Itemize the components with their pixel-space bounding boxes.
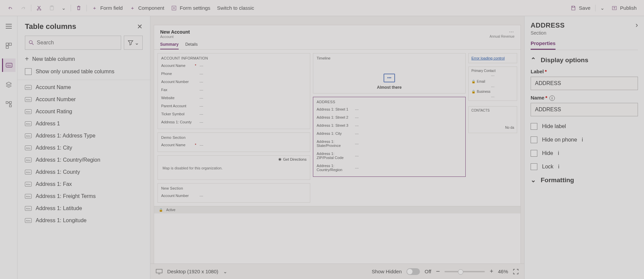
- column-item[interactable]: AbcAddress 1: Fax: [17, 178, 150, 190]
- info-icon[interactable]: i: [558, 150, 559, 156]
- formatting-toggle[interactable]: ⌄ Formatting: [531, 176, 638, 184]
- components-rail-button[interactable]: [2, 39, 15, 52]
- form-field[interactable]: Account Name*---: [161, 62, 307, 70]
- column-item[interactable]: AbcAddress 1: [17, 118, 150, 130]
- hamburger-button[interactable]: [2, 19, 15, 33]
- form-field[interactable]: Fax---: [161, 86, 307, 94]
- publish-button[interactable]: Publish: [608, 3, 640, 13]
- form-field[interactable]: Address 1: County---: [161, 118, 307, 126]
- info-icon[interactable]: i: [558, 164, 560, 170]
- hide-label-checkbox[interactable]: [531, 123, 537, 130]
- form-field[interactable]: Parent Account---: [161, 102, 307, 110]
- form-field[interactable]: Account Number---: [161, 78, 307, 86]
- hide-checkbox[interactable]: [531, 150, 537, 157]
- form-status-bar: 🔒 Active: [154, 206, 521, 213]
- section-demo[interactable]: Demo Section Account Name*---: [157, 132, 310, 152]
- section-map[interactable]: ◉Get Directions Map is disabled for this…: [157, 155, 310, 180]
- tab-summary[interactable]: Summary: [160, 42, 179, 49]
- label-input[interactable]: [531, 77, 638, 90]
- section-address[interactable]: ADDRESS Address 1: Street 1---Address 1:…: [313, 97, 466, 177]
- save-button[interactable]: Save: [567, 3, 594, 13]
- search-box[interactable]: [25, 36, 121, 50]
- form-field[interactable]: Address 1: Street 1---: [317, 105, 462, 113]
- fit-button[interactable]: [513, 269, 519, 275]
- column-item[interactable]: AbcAddress 1: Latitude: [17, 202, 150, 214]
- section-new[interactable]: New Section Account Number---: [157, 183, 310, 203]
- column-item[interactable]: AbcAccount Name: [17, 81, 150, 93]
- hide-checkbox-row[interactable]: Hidei: [531, 150, 638, 157]
- zoom-slider[interactable]: [444, 271, 485, 272]
- form-preview[interactable]: New Account Account ⋯ Annual Revenue Sum…: [154, 25, 521, 264]
- column-item-label: Account Rating: [36, 109, 72, 115]
- undo-button[interactable]: [4, 3, 17, 13]
- form-field[interactable]: Address 1: State/Province---: [317, 137, 462, 150]
- column-item-label: Address 1: Country/Region: [36, 157, 100, 163]
- form-field[interactable]: Account Name*---: [161, 141, 307, 149]
- timeline-control[interactable]: Timeline Almost there: [313, 53, 466, 93]
- form-field-button[interactable]: +Form field: [88, 3, 126, 13]
- show-unused-checkbox[interactable]: [25, 68, 32, 75]
- tab-details[interactable]: Details: [185, 42, 198, 49]
- form-field[interactable]: Address 1: Street 2---: [317, 113, 462, 121]
- expand-panel-button[interactable]: ›: [636, 21, 638, 30]
- column-item[interactable]: AbcAddress 1: Longitude: [17, 214, 150, 227]
- form-field[interactable]: Website---: [161, 94, 307, 102]
- column-item[interactable]: AbcAddress 1: Freight Terms: [17, 190, 150, 202]
- get-directions-link[interactable]: ◉Get Directions: [278, 157, 307, 161]
- tab-properties[interactable]: Properties: [531, 40, 556, 50]
- more-icon[interactable]: ⋯: [490, 29, 514, 35]
- paste-button[interactable]: [45, 3, 58, 13]
- lock-checkbox[interactable]: [531, 163, 537, 170]
- form-settings-button[interactable]: Form settings: [168, 3, 214, 13]
- svg-rect-7: [6, 43, 8, 45]
- form-field[interactable]: Account Number---: [161, 192, 307, 200]
- svg-rect-4: [172, 6, 176, 10]
- zoom-out-button[interactable]: −: [436, 268, 440, 275]
- name-input[interactable]: [531, 103, 638, 116]
- column-item[interactable]: AbcAddress 1: Country/Region: [17, 154, 150, 166]
- error-loading-control-link[interactable]: Error loading control: [468, 53, 517, 63]
- form-field[interactable]: Address 1: Country/Region---: [317, 162, 462, 174]
- layers-rail-button[interactable]: [2, 78, 15, 91]
- redo-button[interactable]: [17, 3, 30, 13]
- column-item[interactable]: AbcAccount Number: [17, 93, 150, 106]
- column-item[interactable]: AbcAddress 1: Address Type: [17, 130, 150, 142]
- columns-rail-button[interactable]: Abc: [2, 58, 15, 72]
- hide-label-checkbox-row[interactable]: Hide label: [531, 123, 638, 130]
- form-field[interactable]: Address 1: ZIP/Postal Code---: [317, 150, 462, 162]
- search-input[interactable]: [37, 40, 117, 46]
- form-field[interactable]: Phone---: [161, 70, 307, 78]
- show-unused-checkbox-row[interactable]: Show only unused table columns: [17, 65, 150, 80]
- section-title: ACCOUNT INFORMATION: [161, 56, 307, 60]
- form-field[interactable]: Address 1: Street 3---: [317, 121, 462, 129]
- contacts-section[interactable]: CONTACTS No da: [468, 106, 517, 133]
- chevron-down-icon[interactable]: ⌄: [223, 269, 227, 275]
- tree-rail-button[interactable]: [2, 97, 15, 111]
- column-list[interactable]: AbcAccount NameAbcAccount NumberAbcAccou…: [17, 80, 150, 279]
- delete-button[interactable]: [72, 3, 85, 13]
- info-icon[interactable]: i: [582, 137, 583, 143]
- cut-button[interactable]: [33, 3, 45, 13]
- component-button[interactable]: +Component: [126, 3, 168, 13]
- lock-checkbox-row[interactable]: Locki: [531, 163, 638, 170]
- form-field[interactable]: Ticker Symbol---: [161, 110, 307, 118]
- column-item[interactable]: AbcAccount Rating: [17, 106, 150, 118]
- close-panel-button[interactable]: ✕: [137, 23, 143, 31]
- section-account-info[interactable]: ACCOUNT INFORMATION Account Name*---Phon…: [157, 53, 310, 129]
- info-icon[interactable]: i: [549, 95, 555, 101]
- column-item[interactable]: AbcAddress 1: City: [17, 142, 150, 154]
- form-field[interactable]: Address 1: City---: [317, 129, 462, 137]
- hide-phone-checkbox-row[interactable]: Hide on phonei: [531, 136, 638, 143]
- zoom-in-button[interactable]: +: [490, 268, 493, 275]
- show-hidden-toggle[interactable]: [406, 268, 420, 275]
- display-options-toggle[interactable]: ⌃ Display options: [531, 56, 638, 64]
- hide-phone-checkbox[interactable]: [531, 136, 537, 143]
- primary-contact-section[interactable]: Primary Contact --- 🔒Email --- 🔒Business…: [468, 67, 517, 101]
- column-item[interactable]: AbcAddress 1: County: [17, 166, 150, 178]
- filter-button[interactable]: ⌄: [124, 36, 143, 50]
- switch-classic-button[interactable]: Switch to classic: [214, 3, 257, 13]
- save-dropdown[interactable]: ⌄: [597, 3, 608, 13]
- device-label[interactable]: Desktop (1920 x 1080): [167, 269, 218, 274]
- paste-dropdown[interactable]: ⌄: [58, 3, 69, 13]
- new-table-column-button[interactable]: + New table column: [17, 53, 150, 65]
